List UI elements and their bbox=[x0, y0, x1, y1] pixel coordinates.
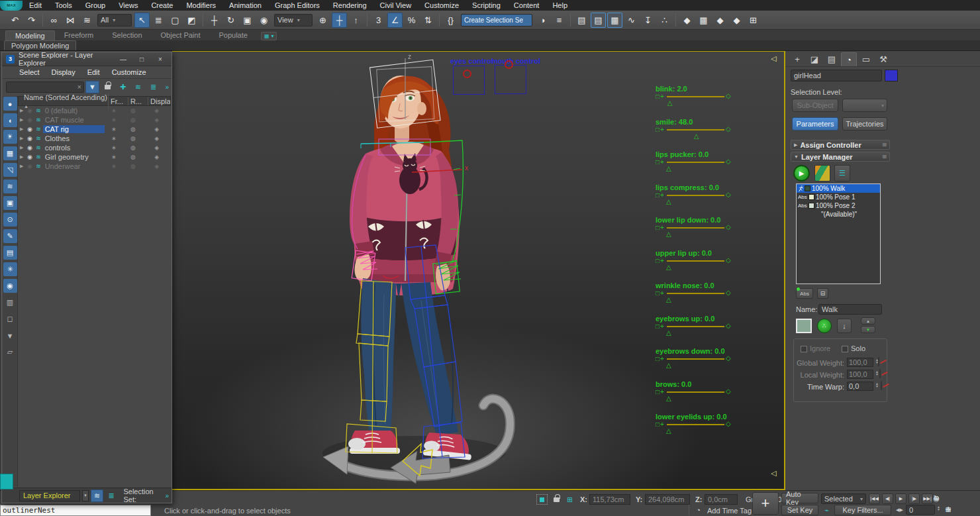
ribbon-config-button[interactable]: ▦▾ bbox=[261, 32, 277, 40]
layer-row[interactable]: ▶ ◉ ≋ Clothes ∗ ◍ ◈ bbox=[18, 134, 171, 143]
solo-checkbox[interactable]: Solo bbox=[842, 344, 865, 352]
time-tag-icon[interactable]: ◔ bbox=[693, 505, 704, 515]
render-icon[interactable]: ◍ bbox=[124, 117, 143, 123]
cat-rig-icon[interactable] bbox=[814, 165, 830, 181]
angle-snap-toggle-icon[interactable]: ∠ bbox=[387, 13, 403, 28]
align-icon[interactable]: ≡ bbox=[552, 13, 567, 28]
morph-slider[interactable]: smile: 48.0 □+ ◇ △ bbox=[656, 118, 734, 151]
freeze-icon[interactable]: ∗ bbox=[105, 163, 124, 170]
display-icon[interactable]: ◈ bbox=[143, 154, 171, 160]
mouth-control-box[interactable] bbox=[495, 65, 526, 94]
keyboard-shortcut-override-icon[interactable]: ↑ bbox=[348, 13, 364, 28]
move-layer-up-button[interactable]: ▲ bbox=[861, 317, 875, 325]
render-icon[interactable]: ◍ bbox=[124, 144, 143, 151]
slider-thumb[interactable]: △ bbox=[666, 296, 671, 303]
add-time-tag[interactable]: Add Time Tag bbox=[707, 507, 752, 515]
slider-reset-icon[interactable]: □+ bbox=[656, 257, 665, 264]
open-container-explorer-icon[interactable]: ▦ bbox=[607, 13, 622, 28]
schematic-view-icon[interactable]: ↧ bbox=[640, 13, 656, 28]
render-icon[interactable]: ◍ bbox=[124, 107, 143, 114]
filter-materials-icon[interactable]: ◻ bbox=[3, 312, 17, 326]
ribbon-tab[interactable]: Populate bbox=[209, 30, 256, 40]
select-and-manipulate-icon[interactable]: ┼ bbox=[332, 13, 347, 28]
local-weight-curve-button[interactable] bbox=[879, 369, 881, 378]
curve-editor-icon[interactable]: ∿ bbox=[624, 13, 639, 28]
morph-slider[interactable]: lower eyelids up: 0.0 □+ ◇ △ bbox=[656, 413, 734, 446]
render-production-icon[interactable]: ◆ bbox=[729, 13, 744, 28]
sub-object-button[interactable]: Sub-Object bbox=[792, 99, 838, 112]
visibility-eye-icon[interactable]: ◉ bbox=[26, 144, 34, 151]
menu-item[interactable]: Graph Editors bbox=[268, 1, 326, 10]
selection-lock-icon[interactable] bbox=[551, 494, 562, 505]
select-and-scale-icon[interactable]: ▣ bbox=[240, 13, 255, 28]
filter-bones-icon[interactable]: ✳ bbox=[3, 262, 17, 276]
display-icon[interactable]: ◈ bbox=[143, 144, 171, 151]
filter-helpers-icon[interactable]: ◹ bbox=[3, 163, 17, 177]
character-model[interactable] bbox=[291, 56, 530, 486]
visibility-eye-icon[interactable]: ◉ bbox=[26, 163, 34, 170]
slider-track[interactable] bbox=[667, 424, 724, 425]
menu-item[interactable]: Tools bbox=[48, 1, 79, 10]
undo-icon[interactable]: ↶ bbox=[7, 13, 23, 28]
filter-xrefs-icon[interactable]: ⊙ bbox=[3, 213, 17, 227]
slider-thumb[interactable]: △ bbox=[666, 231, 671, 238]
layer-color-swatch[interactable] bbox=[796, 319, 812, 333]
maximize-button[interactable]: □ bbox=[134, 54, 149, 64]
menu-item[interactable]: Edit bbox=[23, 1, 48, 10]
visibility-eye-icon[interactable]: ◉ bbox=[26, 135, 34, 142]
filter-shapes-icon[interactable]: ◖ bbox=[3, 113, 17, 127]
select-and-link-icon[interactable]: ∞ bbox=[46, 13, 62, 28]
utilities-tab-icon[interactable]: ⚒ bbox=[875, 52, 891, 66]
slider-end-icon[interactable]: ◇ bbox=[726, 125, 731, 132]
current-frame-field[interactable]: 0 bbox=[906, 505, 935, 515]
selection-filter-dropdown[interactable]: All▾ bbox=[97, 14, 132, 26]
select-by-name-icon[interactable]: ≣ bbox=[151, 13, 166, 28]
orbit-icon[interactable]: ↻ bbox=[931, 493, 942, 503]
set-key-button[interactable]: Set Key bbox=[781, 505, 818, 515]
slider-reset-icon[interactable]: □+ bbox=[656, 158, 665, 166]
slider-thumb[interactable]: △ bbox=[694, 132, 699, 140]
key-filter-set-dropdown[interactable]: Selected▾ bbox=[821, 493, 866, 504]
overflow-chevrons-icon[interactable]: » bbox=[165, 492, 169, 499]
time-warp-field[interactable]: 0,0 bbox=[847, 382, 873, 391]
slider-end-icon[interactable]: ◇ bbox=[726, 289, 731, 296]
ignore-checkbox[interactable]: Ignore bbox=[801, 344, 830, 352]
lock-icon[interactable] bbox=[101, 81, 115, 93]
reference-coordinate-dropdown[interactable]: View▾ bbox=[274, 14, 313, 26]
slider-track[interactable] bbox=[667, 162, 724, 163]
display-icon[interactable]: ◈ bbox=[143, 163, 171, 170]
menu-item[interactable]: Scripting bbox=[466, 1, 507, 10]
menu-item[interactable]: Customize bbox=[418, 1, 466, 10]
filter-lights-icon[interactable]: ☀ bbox=[3, 130, 17, 144]
slider-track[interactable] bbox=[667, 293, 724, 294]
layer-name-field[interactable]: Walk bbox=[818, 304, 882, 315]
time-warp-spinner[interactable]: ▲▼ bbox=[875, 382, 879, 387]
freeze-icon[interactable]: ∗ bbox=[105, 126, 124, 132]
motion-layer-list[interactable]: 100% Walk Abs 100% Pose 1 Abs 100% Pose … bbox=[796, 183, 881, 284]
layer-row[interactable]: ▶ ◉ ≋ CAT rig ∗ ◍ ◈ bbox=[18, 125, 171, 134]
layer-color-swatch[interactable] bbox=[808, 203, 814, 209]
freeze-icon[interactable]: ∗ bbox=[105, 135, 124, 142]
slider-thumb[interactable]: △ bbox=[666, 427, 671, 435]
layer-row[interactable]: ▶ ◉ ≋ 0 (default) ∗ ◍ ◈ bbox=[18, 106, 171, 115]
rendered-frame-window-icon[interactable]: ◆ bbox=[712, 13, 728, 28]
display-icon[interactable]: ◈ bbox=[143, 117, 171, 123]
freeze-icon[interactable]: ∗ bbox=[105, 117, 124, 123]
filter-sets-icon[interactable]: ▱ bbox=[3, 345, 17, 359]
slider-thumb[interactable]: △ bbox=[666, 362, 671, 369]
motion-layer-row[interactable]: Abs 100% Pose 1 bbox=[797, 193, 880, 201]
morph-slider[interactable]: lips compress: 0.0 □+ ◇ △ bbox=[656, 183, 734, 217]
slider-thumb[interactable]: △ bbox=[667, 99, 673, 107]
layer-stack-icon[interactable]: ≋ bbox=[131, 81, 145, 93]
slider-end-icon[interactable]: ◇ bbox=[726, 92, 731, 99]
app-logo[interactable]: MAX bbox=[0, 1, 23, 11]
layer-row[interactable]: ▶ ◉ ≋ controls ∗ ◍ ◈ bbox=[18, 143, 171, 152]
slider-track[interactable] bbox=[667, 358, 724, 360]
mouth-control-handle[interactable] bbox=[505, 60, 513, 69]
eyes-control-handle[interactable] bbox=[463, 70, 471, 78]
local-weight-spinner[interactable]: ▲▼ bbox=[875, 370, 879, 376]
menu-item[interactable]: Group bbox=[79, 1, 113, 10]
menu-item[interactable]: Create bbox=[144, 1, 179, 10]
expand-arrow-icon[interactable]: ▶ bbox=[18, 117, 26, 123]
display-tab-icon[interactable]: ▭ bbox=[858, 52, 874, 66]
